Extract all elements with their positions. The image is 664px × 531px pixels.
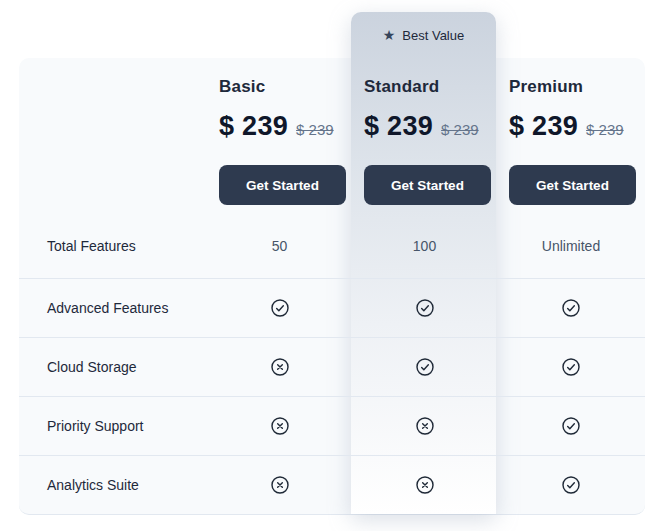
feature-cell-standard bbox=[352, 357, 497, 377]
feature-cell-standard bbox=[352, 475, 497, 495]
feature-row-advanced-features: Advanced Features bbox=[19, 278, 645, 337]
feature-label: Priority Support bbox=[19, 418, 207, 434]
plan-name: Premium bbox=[509, 77, 645, 97]
pricing-card: Basic $ 239 $ 239 Get Started Standard $… bbox=[19, 58, 645, 514]
plan-column-premium: Premium $ 239 $ 239 Get Started bbox=[497, 58, 645, 205]
plan-name: Standard bbox=[364, 77, 497, 97]
feature-row-total-features: Total Features 50 100 Unlimited bbox=[19, 213, 645, 278]
feature-value-premium: Unlimited bbox=[497, 238, 645, 254]
plan-header-row: Basic $ 239 $ 239 Get Started Standard $… bbox=[19, 58, 645, 213]
feature-cell-basic bbox=[207, 475, 352, 495]
star-icon: ★ bbox=[383, 28, 396, 42]
feature-label: Cloud Storage bbox=[19, 359, 207, 375]
feature-cell-premium bbox=[497, 298, 645, 318]
check-circle-icon bbox=[415, 298, 435, 318]
current-price: $ 239 bbox=[509, 111, 578, 142]
feature-row-cloud-storage: Cloud Storage bbox=[19, 337, 645, 396]
feature-value-basic: 50 bbox=[207, 238, 352, 254]
feature-cell-premium bbox=[497, 475, 645, 495]
feature-cell-premium bbox=[497, 357, 645, 377]
plan-column-standard: Standard $ 239 $ 239 Get Started bbox=[352, 58, 497, 205]
plan-name: Basic bbox=[219, 77, 352, 97]
get-started-button-basic[interactable]: Get Started bbox=[219, 165, 346, 205]
price-row: $ 239 $ 239 bbox=[364, 111, 497, 142]
old-price: $ 239 bbox=[441, 121, 479, 138]
feature-label: Analytics Suite bbox=[19, 477, 207, 493]
feature-value-standard: 100 bbox=[352, 238, 497, 254]
pricing-table: ★ Best Value Basic $ 239 $ 239 Get Start… bbox=[0, 0, 664, 531]
cross-circle-icon bbox=[270, 416, 290, 436]
old-price: $ 239 bbox=[586, 121, 624, 138]
feature-cell-standard bbox=[352, 416, 497, 436]
check-circle-icon bbox=[415, 357, 435, 377]
check-circle-icon bbox=[561, 416, 581, 436]
check-circle-icon bbox=[561, 298, 581, 318]
get-started-button-premium[interactable]: Get Started bbox=[509, 165, 636, 205]
get-started-button-standard[interactable]: Get Started bbox=[364, 165, 491, 205]
check-circle-icon bbox=[561, 357, 581, 377]
cross-circle-icon bbox=[270, 357, 290, 377]
best-value-badge: ★ Best Value bbox=[351, 12, 496, 58]
cross-circle-icon bbox=[415, 475, 435, 495]
best-value-label: Best Value bbox=[402, 28, 464, 43]
feature-cell-standard bbox=[352, 298, 497, 318]
cross-circle-icon bbox=[415, 416, 435, 436]
feature-label: Advanced Features bbox=[19, 300, 207, 316]
current-price: $ 239 bbox=[364, 111, 433, 142]
cross-circle-icon bbox=[270, 475, 290, 495]
check-circle-icon bbox=[270, 298, 290, 318]
feature-row-priority-support: Priority Support bbox=[19, 396, 645, 455]
feature-cell-basic bbox=[207, 357, 352, 377]
current-price: $ 239 bbox=[219, 111, 288, 142]
feature-cell-premium bbox=[497, 416, 645, 436]
old-price: $ 239 bbox=[296, 121, 334, 138]
feature-cell-basic bbox=[207, 298, 352, 318]
feature-label: Total Features bbox=[19, 238, 207, 254]
feature-cell-basic bbox=[207, 416, 352, 436]
plan-column-basic: Basic $ 239 $ 239 Get Started bbox=[207, 58, 352, 205]
price-row: $ 239 $ 239 bbox=[509, 111, 645, 142]
feature-row-analytics-suite: Analytics Suite bbox=[19, 455, 645, 514]
price-row: $ 239 $ 239 bbox=[219, 111, 352, 142]
check-circle-icon bbox=[561, 475, 581, 495]
